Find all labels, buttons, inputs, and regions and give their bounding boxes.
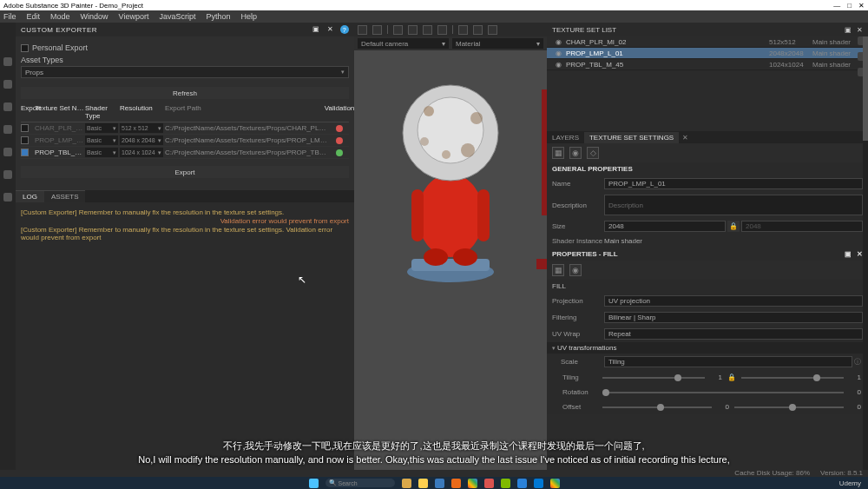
panel-popout-icon[interactable]: ▣ [845, 26, 852, 34]
viewport-gizmo[interactable] [536, 259, 547, 269]
tiling-x-slider[interactable] [602, 377, 705, 379]
menu-file[interactable]: File [3, 12, 16, 21]
menu-python[interactable]: Python [206, 12, 230, 21]
tool-smudge-icon[interactable] [3, 125, 12, 134]
rotation-slider[interactable] [602, 392, 844, 393]
offset-x-slider[interactable] [602, 406, 712, 408]
row-checkbox[interactable] [21, 124, 29, 132]
projection-dropdown[interactable]: UV projection [604, 295, 863, 307]
scrollbar-thumb[interactable] [863, 36, 868, 141]
res-dropdown[interactable]: 2048 x 2048▾ [120, 135, 163, 145]
explorer-icon[interactable] [418, 479, 428, 488]
vscode-icon[interactable] [534, 479, 543, 488]
app-icon[interactable] [435, 479, 444, 488]
panel-close-icon[interactable]: ✕ [327, 25, 334, 34]
visibility-icon[interactable]: ◉ [556, 61, 566, 69]
tab-layers[interactable]: LAYERS [547, 132, 584, 143]
lock-icon[interactable]: 🔒 [727, 373, 736, 381]
tool-clone-icon[interactable] [3, 148, 12, 156]
texture-set-row[interactable]: ◉ PROP_LMP_L_01 2048x2048 Main shader [547, 48, 868, 59]
res-dropdown[interactable]: 512 x 512▾ [120, 123, 163, 133]
description-input[interactable]: Description [604, 195, 863, 215]
info-icon[interactable]: ⓘ [852, 357, 863, 367]
persp-icon[interactable] [393, 25, 403, 35]
panel-close-icon[interactable]: ✕ [857, 26, 863, 34]
tiling-y-slider[interactable] [741, 377, 844, 379]
taskbar-app-icon[interactable] [402, 479, 411, 488]
res-dropdown[interactable]: 1024 x 1024▾ [120, 148, 163, 157]
tool-material-icon[interactable] [3, 193, 12, 202]
menu-help[interactable]: Help [240, 12, 257, 21]
minimize-button[interactable]: — [833, 2, 840, 10]
filtering-dropdown[interactable]: Bilinear | Sharp [604, 312, 863, 323]
painter-icon[interactable] [501, 479, 510, 488]
mode3-icon[interactable]: ◇ [587, 147, 599, 159]
personal-export-checkbox[interactable] [21, 44, 29, 52]
tab-texture-set-settings[interactable]: TEXTURE SET SETTINGS [584, 132, 679, 143]
viewport-canvas[interactable] [354, 50, 547, 470]
mode2-icon[interactable]: ◉ [569, 147, 582, 159]
app-icon[interactable] [484, 479, 494, 488]
panel-popout-icon[interactable]: ▣ [312, 25, 320, 34]
lock-icon[interactable]: 🔒 [727, 221, 740, 232]
export-button[interactable]: Export [21, 166, 349, 178]
panel-popout-icon[interactable]: ▣ [845, 250, 852, 258]
row-checkbox[interactable] [21, 136, 29, 144]
offset-y-slider[interactable] [734, 406, 844, 408]
menu-viewport[interactable]: Viewport [119, 12, 149, 21]
tool-eraser-icon[interactable] [3, 80, 12, 89]
tool-brush-icon[interactable] [3, 57, 12, 66]
shader-dropdown[interactable]: Basic▾ [85, 148, 118, 157]
settings-icon[interactable] [488, 25, 497, 35]
uvwrap-dropdown[interactable]: Repeat [604, 328, 863, 340]
tab-assets[interactable]: ASSETS [44, 190, 86, 202]
shader-dropdown[interactable]: Basic▾ [85, 123, 118, 133]
tool-mask-icon[interactable] [3, 170, 12, 179]
channel-dropdown[interactable]: Material▾ [452, 38, 543, 49]
fill-mode1-icon[interactable]: ▦ [552, 264, 564, 276]
tab-close-icon[interactable]: ✕ [682, 134, 688, 142]
pause-icon[interactable] [458, 25, 468, 35]
size-dropdown[interactable]: 2048 [604, 221, 726, 232]
blender-icon[interactable] [451, 479, 461, 488]
texture-set-row[interactable]: ◉ PROP_TBL_M_45 1024x1024 Main shader [547, 59, 868, 70]
uv-transformations-collapser[interactable]: UV transformations [547, 342, 868, 354]
asset-types-dropdown[interactable]: Props ▾ [21, 66, 349, 78]
row-checkbox[interactable] [21, 149, 29, 156]
visibility-icon[interactable]: ◉ [556, 38, 566, 46]
start-icon[interactable] [309, 479, 319, 488]
mode1-icon[interactable]: ▦ [552, 147, 564, 159]
refresh-button[interactable]: Refresh [21, 87, 349, 99]
camera-icon[interactable] [423, 25, 432, 35]
taskbar-search[interactable]: 🔍 Search [326, 479, 395, 487]
fill-mode2-icon[interactable]: ◉ [569, 264, 582, 276]
close-button[interactable]: ✕ [858, 2, 865, 10]
tool-fill-icon[interactable] [3, 102, 12, 111]
shader-dropdown[interactable]: Basic▾ [85, 135, 118, 145]
chrome2-icon[interactable] [550, 479, 560, 488]
name-input[interactable]: PROP_LMP_L_01 [604, 178, 863, 189]
menu-edit[interactable]: Edit [27, 12, 41, 21]
table-row[interactable]: PROP_LMP_I_01 Basic▾ 2048 x 2048▾ C:/Pro… [21, 135, 349, 147]
grid-icon[interactable] [358, 25, 367, 35]
help-icon[interactable]: ? [340, 25, 349, 34]
app-icon[interactable] [517, 479, 527, 488]
size-linked-dropdown[interactable]: 2048 [741, 221, 863, 232]
menu-window[interactable]: Window [81, 12, 108, 21]
panel-close-icon[interactable]: ✕ [857, 250, 863, 258]
visibility-icon[interactable]: ◉ [556, 50, 566, 57]
view2-icon[interactable] [372, 25, 382, 35]
texture-set-row[interactable]: ◉ CHAR_PLR_MI_02 512x512 Main shader [547, 36, 868, 48]
scale-dropdown[interactable]: Tiling [604, 356, 852, 367]
menu-mode[interactable]: Mode [50, 12, 70, 21]
render-icon[interactable] [473, 25, 483, 35]
tab-log[interactable]: LOG [16, 190, 44, 202]
ortho-icon[interactable] [408, 25, 418, 35]
menu-javascript[interactable]: JavaScript [159, 12, 195, 21]
light-icon[interactable] [437, 25, 447, 35]
table-row[interactable]: CHAR_PLR_MI_02 Basic▾ 512 x 512▾ C:/Proj… [21, 122, 349, 135]
table-row[interactable]: PROP_TBL_M_45 Basic▾ 1024 x 1024▾ C:/Pro… [21, 147, 349, 159]
chrome-icon[interactable] [468, 479, 477, 488]
camera-dropdown[interactable]: Default camera▾ [358, 38, 449, 49]
maximize-button[interactable]: □ [847, 2, 852, 10]
